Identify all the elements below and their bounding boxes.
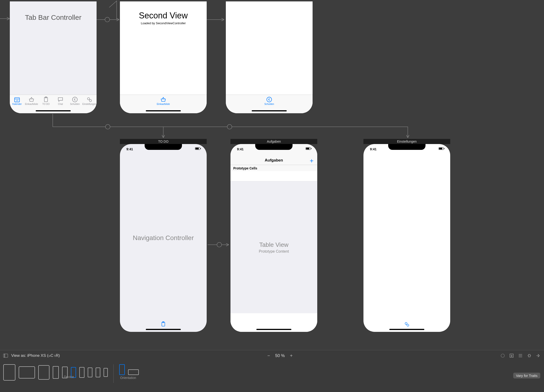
svg-point-3 — [227, 124, 232, 129]
scene-title: TO DO — [120, 139, 207, 144]
svg-point-1 — [105, 17, 110, 22]
svg-point-4 — [217, 242, 222, 247]
pin-constraints-icon[interactable] — [527, 353, 532, 358]
zoom-level: 50 % — [275, 353, 285, 358]
tab-kalender[interactable]: 15 Kalender — [10, 96, 24, 113]
svg-point-12 — [88, 98, 89, 100]
battery-icon — [195, 147, 200, 150]
scene-einstellungen[interactable]: Einstellungen 9:41 — [363, 139, 450, 332]
home-indicator — [146, 329, 181, 330]
svg-point-20 — [501, 354, 505, 357]
nav-title: Aufgaben — [231, 158, 317, 163]
orientation-section-label: Orientation — [120, 376, 136, 380]
scene-todo-nav[interactable]: TO DO 9:41 Navigation Controller — [120, 139, 207, 332]
notch — [388, 144, 426, 150]
panel-toggle-icon[interactable] — [3, 354, 8, 357]
second-view-title: Second View — [139, 11, 188, 21]
device-iphone-se[interactable] — [96, 368, 100, 377]
calendar-icon: 15 — [14, 96, 20, 103]
svg-rect-27 — [528, 354, 530, 357]
second-view-subtitle: Loaded by SecondViewController — [141, 21, 186, 25]
prototype-cell[interactable] — [231, 171, 317, 181]
euro-icon: € — [72, 96, 78, 103]
scene-tabbar-controller[interactable]: Tab Bar Controller 15 Kalender Einkaufsl… — [10, 1, 97, 113]
svg-text:€: € — [268, 98, 270, 101]
zoom-in-button[interactable]: + — [290, 353, 293, 358]
svg-point-18 — [405, 322, 407, 324]
controller-title: Navigation Controller — [130, 234, 196, 242]
battery-icon — [306, 147, 311, 150]
embed-in-icon[interactable] — [509, 353, 514, 358]
home-indicator — [256, 329, 291, 330]
device-section-label: Device — [64, 375, 74, 379]
status-time: 9:41 — [370, 147, 377, 151]
update-frames-icon[interactable] — [500, 353, 505, 358]
gears-icon — [86, 96, 93, 103]
scene-title: Aufgaben — [231, 139, 317, 144]
scene-aufgaben[interactable]: Aufgaben 9:41 Aufgaben + Prototype Cells… — [231, 139, 317, 332]
device-iphone-xsmax[interactable] — [53, 366, 59, 379]
table-view-title: Table View — [259, 241, 288, 248]
scene-title: Einstellungen — [363, 139, 450, 144]
notch — [255, 144, 293, 150]
basket-icon — [28, 96, 35, 103]
controller-title: Tab Bar Controller — [23, 13, 84, 21]
device-ipad-portrait[interactable] — [3, 364, 15, 380]
svg-point-19 — [407, 324, 409, 326]
notch — [145, 144, 182, 150]
euro-icon: € — [266, 96, 272, 103]
gears-icon — [404, 321, 410, 328]
resolve-issues-icon[interactable] — [536, 353, 541, 358]
status-time: 9:41 — [237, 147, 243, 151]
home-indicator — [146, 110, 181, 111]
device-ipad-landscape[interactable] — [19, 366, 35, 379]
scene-schulden[interactable]: € Schulden — [226, 1, 313, 113]
device-iphone-4s[interactable] — [104, 368, 108, 377]
chat-icon — [57, 96, 64, 103]
divider — [113, 364, 114, 383]
prototype-cells-header: Prototype Cells — [231, 165, 317, 172]
basket-icon — [160, 96, 166, 103]
align-icon[interactable] — [518, 353, 523, 358]
status-time: 9:41 — [126, 147, 133, 151]
orientation-picker: Orientation — [119, 364, 139, 381]
table-view-body[interactable]: Table View Prototype Content — [231, 181, 317, 313]
vary-for-traits-button[interactable]: Vary for Traits — [513, 373, 540, 379]
traits-bar: View as: iPhone XS (wC hR) − 50 % + — [0, 350, 544, 392]
orientation-landscape[interactable] — [128, 369, 139, 375]
orientation-portrait[interactable] — [119, 364, 125, 375]
svg-point-13 — [89, 99, 91, 102]
tab-einstellungen[interactable]: Einstellungen — [82, 96, 96, 113]
svg-point-2 — [106, 124, 110, 129]
device-iphone-8plus[interactable] — [79, 367, 84, 378]
home-indicator — [252, 110, 287, 111]
storyboard-canvas[interactable]: Tab Bar Controller 15 Kalender Einkaufsl… — [0, 0, 544, 392]
device-picker: Device — [3, 364, 108, 380]
home-indicator — [389, 329, 424, 330]
device-ipad-small[interactable] — [38, 365, 49, 380]
battery-icon — [438, 147, 444, 150]
svg-text:15: 15 — [16, 99, 18, 102]
table-view-subtitle: Prototype Content — [259, 249, 289, 254]
add-button[interactable]: + — [310, 157, 313, 165]
home-indicator — [36, 110, 71, 111]
view-as-label[interactable]: View as: iPhone XS (wC hR) — [11, 353, 60, 358]
clipboard-icon — [43, 96, 49, 103]
device-iphone-8[interactable] — [88, 368, 92, 377]
zoom-out-button[interactable]: − — [267, 353, 270, 358]
scene-second-view[interactable]: Second View Loaded by SecondViewControll… — [120, 1, 207, 113]
clipboard-icon — [160, 321, 166, 328]
svg-text:€: € — [74, 98, 76, 101]
